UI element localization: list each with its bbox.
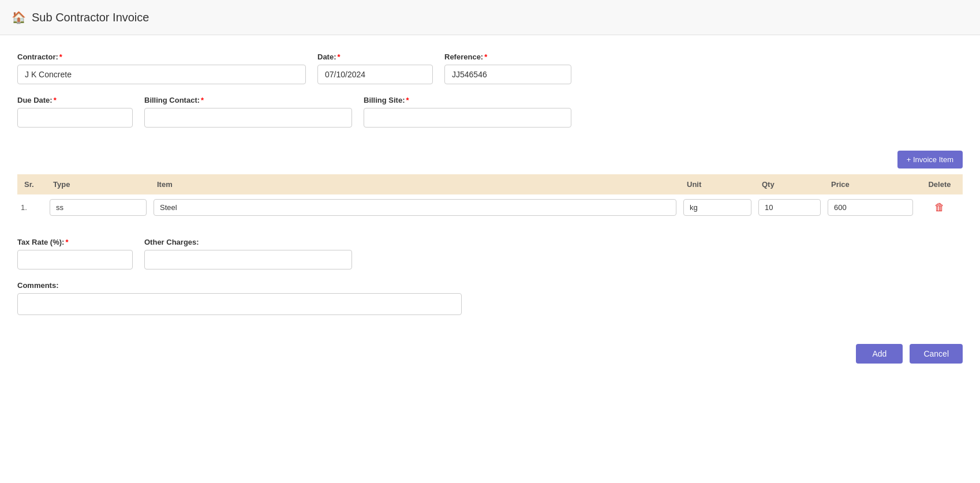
billing-site-input[interactable] bbox=[364, 108, 571, 128]
contractor-group: Contractor:* bbox=[17, 53, 306, 84]
cancel-button[interactable]: Cancel bbox=[910, 344, 963, 364]
reference-group: Reference:* bbox=[444, 53, 571, 84]
row-unit-cell bbox=[680, 194, 755, 220]
col-header-item: Item bbox=[150, 174, 680, 194]
row-price-input[interactable] bbox=[828, 199, 913, 216]
date-input[interactable] bbox=[317, 65, 433, 84]
row-type-input[interactable] bbox=[50, 199, 147, 216]
bottom-form: Tax Rate (%):* Other Charges: Comments: bbox=[0, 232, 980, 338]
comments-input[interactable] bbox=[17, 293, 462, 315]
row-item-cell bbox=[150, 194, 680, 220]
row-unit-input[interactable] bbox=[683, 199, 751, 216]
other-charges-group: Other Charges: bbox=[144, 238, 352, 269]
col-header-sr: Sr. bbox=[17, 174, 46, 194]
col-header-type: Type bbox=[46, 174, 150, 194]
add-button[interactable]: Add bbox=[856, 344, 903, 364]
page-wrapper: 🏠 Sub Contractor Invoice Contractor:* Da… bbox=[0, 0, 980, 483]
reference-label: Reference:* bbox=[444, 53, 571, 61]
row-item-input[interactable] bbox=[154, 199, 676, 216]
billing-contact-label: Billing Contact:* bbox=[144, 96, 352, 104]
due-date-label: Due Date:* bbox=[17, 96, 133, 104]
contractor-label: Contractor:* bbox=[17, 53, 306, 61]
row-qty-cell bbox=[755, 194, 824, 220]
header-bar: 🏠 Sub Contractor Invoice bbox=[0, 0, 980, 35]
comments-label: Comments: bbox=[17, 281, 963, 290]
delete-row-button[interactable]: 🗑 bbox=[920, 201, 959, 214]
row-type-cell bbox=[46, 194, 150, 220]
col-header-unit: Unit bbox=[680, 174, 755, 194]
contractor-input[interactable] bbox=[17, 65, 306, 84]
other-charges-input[interactable] bbox=[144, 250, 352, 269]
invoice-item-btn-row: + Invoice Item bbox=[0, 151, 980, 174]
home-icon: 🏠 bbox=[12, 10, 26, 24]
reference-input[interactable] bbox=[444, 65, 571, 84]
bottom-row-1: Tax Rate (%):* Other Charges: bbox=[17, 238, 963, 269]
due-date-group: Due Date:* bbox=[17, 96, 133, 128]
row-sr: 1. bbox=[17, 194, 46, 220]
col-header-qty: Qty bbox=[755, 174, 824, 194]
billing-site-label: Billing Site:* bbox=[364, 96, 571, 104]
action-row: Add Cancel bbox=[0, 338, 980, 375]
form-row-2: Due Date:* Billing Contact:* Billing Sit… bbox=[17, 96, 963, 128]
row-delete-cell: 🗑 bbox=[917, 194, 963, 220]
page-title: Sub Contractor Invoice bbox=[32, 11, 149, 24]
form-row-1: Contractor:* Date:* Reference:* bbox=[17, 53, 963, 84]
tax-rate-label: Tax Rate (%):* bbox=[17, 238, 133, 246]
invoice-table: Sr. Type Item Unit Qty Price Delete 1. bbox=[17, 174, 963, 220]
comments-group: Comments: bbox=[17, 281, 963, 315]
row-qty-input[interactable] bbox=[758, 199, 821, 216]
billing-site-group: Billing Site:* bbox=[364, 96, 571, 128]
add-invoice-item-button[interactable]: + Invoice Item bbox=[897, 151, 963, 169]
main-form: Contractor:* Date:* Reference:* bbox=[0, 35, 980, 151]
col-header-delete: Delete bbox=[917, 174, 963, 194]
other-charges-label: Other Charges: bbox=[144, 238, 352, 246]
date-group: Date:* bbox=[317, 53, 433, 84]
table-row: 1. 🗑 bbox=[17, 194, 963, 220]
tax-rate-group: Tax Rate (%):* bbox=[17, 238, 133, 269]
billing-contact-input[interactable] bbox=[144, 108, 352, 128]
due-date-input[interactable] bbox=[17, 108, 133, 128]
invoice-table-container: Sr. Type Item Unit Qty Price Delete 1. bbox=[0, 174, 980, 220]
trash-icon: 🗑 bbox=[934, 201, 945, 214]
row-price-cell bbox=[824, 194, 917, 220]
billing-contact-group: Billing Contact:* bbox=[144, 96, 352, 128]
tax-rate-input[interactable] bbox=[17, 250, 133, 269]
col-header-price: Price bbox=[824, 174, 917, 194]
table-header-row: Sr. Type Item Unit Qty Price Delete bbox=[17, 174, 963, 194]
date-label: Date:* bbox=[317, 53, 433, 61]
